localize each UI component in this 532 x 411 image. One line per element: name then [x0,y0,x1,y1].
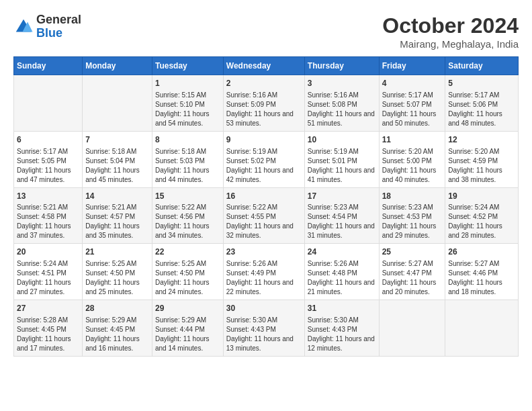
logo: General Blue [13,13,81,40]
calendar-cell: 5Sunrise: 5:17 AM Sunset: 5:06 PM Daylig… [445,75,519,132]
calendar-week-row: 1Sunrise: 5:15 AM Sunset: 5:10 PM Daylig… [14,75,519,132]
day-number: 15 [155,191,220,202]
calendar-cell: 31Sunrise: 5:30 AM Sunset: 4:43 PM Dayli… [304,300,379,357]
day-number: 23 [226,246,302,258]
day-content: Sunrise: 5:26 AM Sunset: 4:48 PM Dayligh… [308,259,376,297]
calendar-cell: 24Sunrise: 5:26 AM Sunset: 4:48 PM Dayli… [304,244,379,300]
day-number: 25 [382,246,443,258]
calendar-week-row: 20Sunrise: 5:24 AM Sunset: 4:51 PM Dayli… [14,244,519,300]
calendar-cell: 12Sunrise: 5:20 AM Sunset: 4:59 PM Dayli… [445,131,519,187]
day-number: 30 [226,303,302,314]
calendar-cell: 18Sunrise: 5:23 AM Sunset: 4:53 PM Dayli… [379,187,445,244]
calendar-cell: 27Sunrise: 5:28 AM Sunset: 4:45 PM Dayli… [14,300,83,357]
calendar-cell: 16Sunrise: 5:22 AM Sunset: 4:55 PM Dayli… [223,187,304,244]
day-content: Sunrise: 5:19 AM Sunset: 5:01 PM Dayligh… [308,147,376,185]
weekday-header: Sunday [14,57,83,75]
day-content: Sunrise: 5:16 AM Sunset: 5:08 PM Dayligh… [308,91,376,128]
day-number: 4 [382,78,443,89]
day-content: Sunrise: 5:26 AM Sunset: 4:49 PM Dayligh… [226,259,302,297]
day-content: Sunrise: 5:21 AM Sunset: 4:58 PM Dayligh… [17,203,79,240]
day-number: 8 [155,134,220,146]
calendar-cell: 4Sunrise: 5:17 AM Sunset: 5:07 PM Daylig… [379,75,445,132]
day-content: Sunrise: 5:19 AM Sunset: 5:02 PM Dayligh… [226,147,302,185]
calendar-cell: 10Sunrise: 5:19 AM Sunset: 5:01 PM Dayli… [304,131,379,187]
calendar-week-row: 13Sunrise: 5:21 AM Sunset: 4:58 PM Dayli… [14,187,519,244]
calendar-week-row: 6Sunrise: 5:17 AM Sunset: 5:05 PM Daylig… [14,131,519,187]
calendar-cell: 8Sunrise: 5:18 AM Sunset: 5:03 PM Daylig… [152,131,224,187]
calendar-cell [14,75,83,132]
page-header: General Blue October 2024 Mairang, Megha… [13,13,519,50]
calendar-cell: 29Sunrise: 5:29 AM Sunset: 4:44 PM Dayli… [152,300,224,357]
calendar-cell: 17Sunrise: 5:23 AM Sunset: 4:54 PM Dayli… [304,187,379,244]
day-number: 3 [308,78,376,89]
calendar-cell: 1Sunrise: 5:15 AM Sunset: 5:10 PM Daylig… [152,75,224,132]
calendar-cell: 13Sunrise: 5:21 AM Sunset: 4:58 PM Dayli… [14,187,83,244]
day-number: 1 [155,78,220,89]
day-number: 20 [17,246,79,258]
day-number: 26 [448,246,515,258]
day-number: 28 [85,303,149,314]
weekday-header: Saturday [445,57,519,75]
calendar-week-row: 27Sunrise: 5:28 AM Sunset: 4:45 PM Dayli… [14,300,519,357]
calendar-cell: 26Sunrise: 5:27 AM Sunset: 4:46 PM Dayli… [445,244,519,300]
day-content: Sunrise: 5:22 AM Sunset: 4:56 PM Dayligh… [155,203,220,240]
day-content: Sunrise: 5:27 AM Sunset: 4:47 PM Dayligh… [382,259,443,297]
calendar-cell: 20Sunrise: 5:24 AM Sunset: 4:51 PM Dayli… [14,244,83,300]
day-content: Sunrise: 5:28 AM Sunset: 4:45 PM Dayligh… [17,316,79,353]
day-number: 10 [308,134,376,146]
title-block: October 2024 Mairang, Meghalaya, India [382,13,519,50]
day-number: 13 [17,191,79,202]
day-content: Sunrise: 5:20 AM Sunset: 5:00 PM Dayligh… [382,147,443,185]
day-content: Sunrise: 5:22 AM Sunset: 4:55 PM Dayligh… [226,203,302,240]
day-number: 18 [382,191,443,202]
weekday-header-row: SundayMondayTuesdayWednesdayThursdayFrid… [14,57,519,75]
day-number: 9 [226,134,302,146]
day-number: 22 [155,246,220,258]
day-content: Sunrise: 5:29 AM Sunset: 4:45 PM Dayligh… [85,316,149,353]
calendar-cell [83,75,152,132]
calendar-cell: 15Sunrise: 5:22 AM Sunset: 4:56 PM Dayli… [152,187,224,244]
day-number: 31 [308,303,376,314]
day-content: Sunrise: 5:20 AM Sunset: 4:59 PM Dayligh… [448,147,515,185]
day-content: Sunrise: 5:30 AM Sunset: 4:43 PM Dayligh… [226,316,302,353]
day-number: 29 [155,303,220,314]
day-content: Sunrise: 5:25 AM Sunset: 4:50 PM Dayligh… [155,259,220,297]
day-content: Sunrise: 5:18 AM Sunset: 5:03 PM Dayligh… [155,147,220,185]
calendar-cell [379,300,445,357]
day-number: 14 [85,191,149,202]
day-content: Sunrise: 5:25 AM Sunset: 4:50 PM Dayligh… [85,259,149,297]
weekday-header: Thursday [304,57,379,75]
calendar-cell: 6Sunrise: 5:17 AM Sunset: 5:05 PM Daylig… [14,131,83,187]
calendar-cell: 25Sunrise: 5:27 AM Sunset: 4:47 PM Dayli… [379,244,445,300]
month-title: October 2024 [382,13,519,38]
day-number: 17 [308,191,376,202]
calendar-table: SundayMondayTuesdayWednesdayThursdayFrid… [13,56,519,357]
day-number: 11 [382,134,443,146]
day-number: 7 [85,134,149,146]
day-content: Sunrise: 5:29 AM Sunset: 4:44 PM Dayligh… [155,316,220,353]
calendar-cell: 14Sunrise: 5:21 AM Sunset: 4:57 PM Dayli… [83,187,152,244]
day-content: Sunrise: 5:23 AM Sunset: 4:54 PM Dayligh… [308,203,376,240]
calendar-cell: 28Sunrise: 5:29 AM Sunset: 4:45 PM Dayli… [83,300,152,357]
calendar-cell: 11Sunrise: 5:20 AM Sunset: 5:00 PM Dayli… [379,131,445,187]
day-number: 19 [448,191,515,202]
weekday-header: Wednesday [223,57,304,75]
calendar-cell: 30Sunrise: 5:30 AM Sunset: 4:43 PM Dayli… [223,300,304,357]
day-number: 12 [448,134,515,146]
day-content: Sunrise: 5:18 AM Sunset: 5:04 PM Dayligh… [85,147,149,185]
day-number: 24 [308,246,376,258]
calendar-cell: 7Sunrise: 5:18 AM Sunset: 5:04 PM Daylig… [83,131,152,187]
day-content: Sunrise: 5:24 AM Sunset: 4:51 PM Dayligh… [17,259,79,297]
day-content: Sunrise: 5:16 AM Sunset: 5:09 PM Dayligh… [226,91,302,128]
location: Mairang, Meghalaya, India [382,38,519,50]
logo-icon [13,17,34,37]
weekday-header: Tuesday [152,57,224,75]
logo-text: General Blue [36,13,81,40]
weekday-header: Friday [379,57,445,75]
day-number: 16 [226,191,302,202]
calendar-cell: 2Sunrise: 5:16 AM Sunset: 5:09 PM Daylig… [223,75,304,132]
calendar-cell: 23Sunrise: 5:26 AM Sunset: 4:49 PM Dayli… [223,244,304,300]
day-content: Sunrise: 5:17 AM Sunset: 5:06 PM Dayligh… [448,91,515,128]
weekday-header: Monday [83,57,152,75]
calendar-cell [445,300,519,357]
